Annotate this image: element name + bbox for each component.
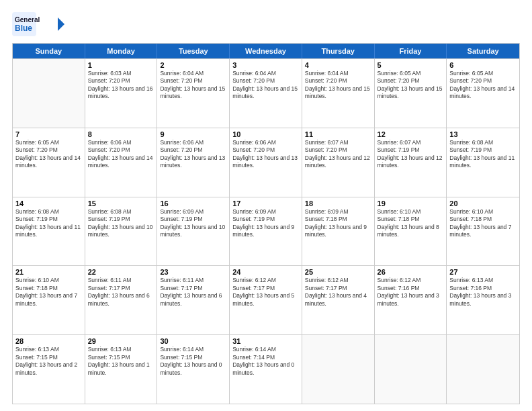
day-2: 2 Sunrise: 6:04 AM Sunset: 7:20 PM Dayli… bbox=[157, 59, 230, 128]
sunset-text: Sunset: 7:20 PM bbox=[378, 77, 444, 85]
sunrise-text: Sunrise: 6:05 AM bbox=[378, 70, 444, 77]
day-number: 11 bbox=[305, 130, 371, 138]
daylight-text: Daylight: 13 hours and 5 minutes. bbox=[232, 292, 299, 308]
sunset-text: Sunset: 7:17 PM bbox=[232, 285, 299, 292]
sunset-text: Sunset: 7:19 PM bbox=[160, 216, 226, 223]
day-10: 10 Sunrise: 6:06 AM Sunset: 7:20 PM Dayl… bbox=[230, 128, 302, 197]
day-28: 28 Sunrise: 6:13 AM Sunset: 7:15 PM Dayl… bbox=[13, 335, 85, 404]
sunset-text: Sunset: 7:20 PM bbox=[305, 146, 371, 154]
sunset-text: Sunset: 7:19 PM bbox=[232, 216, 299, 223]
sunset-text: Sunset: 7:14 PM bbox=[232, 354, 299, 361]
daylight-text: Daylight: 13 hours and 1 minute. bbox=[88, 361, 154, 377]
sunset-text: Sunset: 7:18 PM bbox=[449, 216, 517, 223]
day-3: 3 Sunrise: 6:04 AM Sunset: 7:20 PM Dayli… bbox=[230, 59, 302, 128]
day-number: 5 bbox=[378, 61, 444, 69]
day-12: 12 Sunrise: 6:07 AM Sunset: 7:19 PM Dayl… bbox=[375, 128, 447, 197]
sunset-text: Sunset: 7:19 PM bbox=[449, 146, 517, 154]
sunset-text: Sunset: 7:18 PM bbox=[378, 216, 444, 223]
page: General Blue SundayMondayTuesdayWednesda… bbox=[0, 0, 532, 411]
day-9: 9 Sunrise: 6:06 AM Sunset: 7:20 PM Dayli… bbox=[157, 128, 230, 197]
sunrise-text: Sunrise: 6:08 AM bbox=[88, 208, 154, 216]
day-number: 8 bbox=[88, 130, 154, 138]
sunset-text: Sunset: 7:20 PM bbox=[449, 77, 517, 85]
header-day-wednesday: Wednesday bbox=[230, 44, 302, 58]
header-day-saturday: Saturday bbox=[447, 44, 519, 58]
daylight-text: Daylight: 13 hours and 6 minutes. bbox=[88, 292, 154, 308]
sunset-text: Sunset: 7:17 PM bbox=[305, 285, 371, 292]
day-number: 26 bbox=[378, 268, 444, 276]
calendar-header: SundayMondayTuesdayWednesdayThursdayFrid… bbox=[13, 44, 519, 58]
day-17: 17 Sunrise: 6:09 AM Sunset: 7:19 PM Dayl… bbox=[230, 197, 302, 266]
day-number: 24 bbox=[232, 268, 299, 276]
daylight-text: Daylight: 13 hours and 8 minutes. bbox=[378, 224, 444, 239]
sunrise-text: Sunrise: 6:03 AM bbox=[88, 70, 154, 77]
sunset-text: Sunset: 7:17 PM bbox=[88, 285, 154, 292]
sunset-text: Sunset: 7:17 PM bbox=[160, 285, 226, 292]
day-number: 17 bbox=[232, 199, 299, 208]
daylight-text: Daylight: 13 hours and 7 minutes. bbox=[15, 292, 82, 308]
day-number: 1 bbox=[88, 61, 154, 69]
day-number: 18 bbox=[305, 199, 371, 208]
day-number: 23 bbox=[160, 268, 226, 276]
sunrise-text: Sunrise: 6:06 AM bbox=[232, 139, 299, 146]
sunrise-text: Sunrise: 6:08 AM bbox=[15, 208, 82, 216]
sunset-text: Sunset: 7:20 PM bbox=[232, 146, 299, 154]
day-number: 16 bbox=[160, 199, 226, 208]
day-23: 23 Sunrise: 6:11 AM Sunset: 7:17 PM Dayl… bbox=[157, 266, 230, 334]
day-number: 30 bbox=[160, 337, 226, 345]
sunset-text: Sunset: 7:19 PM bbox=[88, 216, 154, 223]
logo: General Blue bbox=[12, 12, 73, 36]
sunset-text: Sunset: 7:16 PM bbox=[378, 285, 444, 292]
sunrise-text: Sunrise: 6:12 AM bbox=[232, 277, 299, 284]
day-number: 31 bbox=[232, 337, 299, 345]
day-15: 15 Sunrise: 6:08 AM Sunset: 7:19 PM Dayl… bbox=[85, 197, 158, 266]
daylight-text: Daylight: 13 hours and 0 minutes. bbox=[160, 361, 226, 377]
daylight-text: Daylight: 13 hours and 14 minutes. bbox=[15, 154, 82, 170]
sunset-text: Sunset: 7:16 PM bbox=[449, 285, 517, 292]
daylight-text: Daylight: 13 hours and 2 minutes. bbox=[15, 361, 82, 377]
week-1: 1 Sunrise: 6:03 AM Sunset: 7:20 PM Dayli… bbox=[13, 58, 519, 128]
daylight-text: Daylight: 13 hours and 15 minutes. bbox=[305, 85, 371, 101]
header-day-friday: Friday bbox=[375, 44, 447, 58]
day-29: 29 Sunrise: 6:13 AM Sunset: 7:15 PM Dayl… bbox=[85, 335, 158, 404]
day-30: 30 Sunrise: 6:14 AM Sunset: 7:15 PM Dayl… bbox=[157, 335, 230, 404]
day-27: 27 Sunrise: 6:13 AM Sunset: 7:16 PM Dayl… bbox=[447, 266, 519, 334]
daylight-text: Daylight: 13 hours and 14 minutes. bbox=[449, 85, 517, 101]
daylight-text: Daylight: 13 hours and 15 minutes. bbox=[378, 85, 444, 101]
sunrise-text: Sunrise: 6:04 AM bbox=[232, 70, 299, 77]
day-number: 10 bbox=[232, 130, 299, 138]
sunset-text: Sunset: 7:15 PM bbox=[88, 354, 154, 361]
day-number: 29 bbox=[88, 337, 154, 345]
daylight-text: Daylight: 13 hours and 9 minutes. bbox=[305, 224, 371, 239]
sunrise-text: Sunrise: 6:11 AM bbox=[160, 277, 226, 284]
sunrise-text: Sunrise: 6:10 AM bbox=[15, 277, 82, 284]
sunrise-text: Sunrise: 6:06 AM bbox=[160, 139, 226, 146]
daylight-text: Daylight: 13 hours and 12 minutes. bbox=[378, 154, 444, 170]
daylight-text: Daylight: 13 hours and 12 minutes. bbox=[305, 154, 371, 170]
sunset-text: Sunset: 7:20 PM bbox=[88, 146, 154, 154]
day-number: 3 bbox=[232, 61, 299, 69]
sunrise-text: Sunrise: 6:09 AM bbox=[232, 208, 299, 216]
sunset-text: Sunset: 7:20 PM bbox=[160, 77, 226, 85]
day-number: 7 bbox=[15, 130, 82, 138]
sunset-text: Sunset: 7:20 PM bbox=[232, 77, 299, 85]
week-3: 14 Sunrise: 6:08 AM Sunset: 7:19 PM Dayl… bbox=[13, 197, 519, 266]
sunset-text: Sunset: 7:20 PM bbox=[15, 146, 82, 154]
day-6: 6 Sunrise: 6:05 AM Sunset: 7:20 PM Dayli… bbox=[447, 59, 519, 128]
day-7: 7 Sunrise: 6:05 AM Sunset: 7:20 PM Dayli… bbox=[13, 128, 85, 197]
sunrise-text: Sunrise: 6:10 AM bbox=[378, 208, 444, 216]
day-11: 11 Sunrise: 6:07 AM Sunset: 7:20 PM Dayl… bbox=[302, 128, 375, 197]
day-26: 26 Sunrise: 6:12 AM Sunset: 7:16 PM Dayl… bbox=[375, 266, 447, 334]
daylight-text: Daylight: 13 hours and 4 minutes. bbox=[305, 292, 371, 308]
day-number: 13 bbox=[449, 130, 517, 138]
sunset-text: Sunset: 7:15 PM bbox=[160, 354, 226, 361]
sunrise-text: Sunrise: 6:08 AM bbox=[449, 139, 517, 146]
sunset-text: Sunset: 7:20 PM bbox=[88, 77, 154, 85]
daylight-text: Daylight: 13 hours and 10 minutes. bbox=[88, 224, 154, 239]
day-16: 16 Sunrise: 6:09 AM Sunset: 7:19 PM Dayl… bbox=[157, 197, 230, 266]
header: General Blue bbox=[12, 12, 520, 36]
sunrise-text: Sunrise: 6:12 AM bbox=[378, 277, 444, 284]
day-5: 5 Sunrise: 6:05 AM Sunset: 7:20 PM Dayli… bbox=[375, 59, 447, 128]
sunrise-text: Sunrise: 6:05 AM bbox=[15, 139, 82, 146]
sunrise-text: Sunrise: 6:07 AM bbox=[305, 139, 371, 146]
